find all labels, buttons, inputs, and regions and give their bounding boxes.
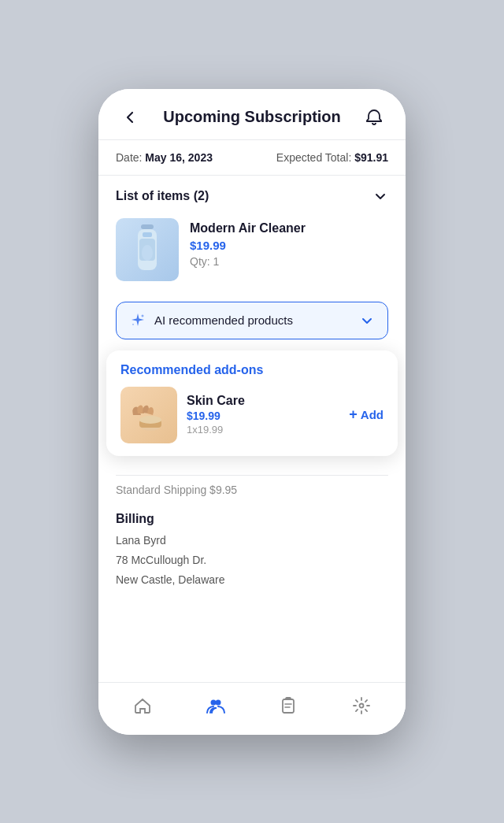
billing-address2: New Castle, Delaware <box>116 570 388 590</box>
chevron-down-icon[interactable] <box>372 188 388 204</box>
product-name: Modern Air Cleaner <box>190 221 306 235</box>
svg-point-4 <box>142 245 153 261</box>
header: Upcoming Subscription <box>98 89 406 139</box>
sparkle-icon <box>129 312 146 329</box>
addon-name: Skin Care <box>187 394 245 407</box>
nav-settings[interactable] <box>335 692 387 719</box>
product-item: Modern Air Cleaner $19.99 Qty: 1 <box>98 212 406 294</box>
svg-point-11 <box>215 699 220 705</box>
product-info: Modern Air Cleaner $19.99 Qty: 1 <box>190 218 306 268</box>
ai-banner-left: AI recommended products <box>129 312 293 329</box>
list-header: List of items (2) <box>98 176 406 212</box>
settings-icon <box>351 695 372 716</box>
back-button[interactable] <box>116 103 144 132</box>
info-section: Standard Shipping $9.95 Billing Lana Byr… <box>98 467 406 599</box>
addon-image <box>120 387 177 443</box>
nav-users[interactable] <box>190 692 242 719</box>
ai-banner-chevron-icon <box>359 313 375 328</box>
addon-card: Recommended add-ons <box>106 350 398 456</box>
clipboard-icon <box>278 695 298 716</box>
svg-point-13 <box>359 703 363 707</box>
bottom-nav <box>98 682 406 735</box>
svg-point-5 <box>142 314 144 317</box>
product-image <box>116 218 179 281</box>
home-icon <box>132 695 153 716</box>
date-field: Date: May 16, 2023 <box>116 151 213 164</box>
notification-button[interactable] <box>360 103 388 132</box>
svg-point-10 <box>210 699 216 705</box>
billing-address1: 78 McCullough Dr. <box>116 551 388 570</box>
plus-icon: + <box>349 406 358 423</box>
page-title: Upcoming Subscription <box>144 108 360 126</box>
addon-item: Skin Care $19.99 1x19.99 + Add <box>120 387 384 443</box>
svg-point-9 <box>139 416 161 424</box>
total-field: Expected Total: $91.91 <box>276 151 388 164</box>
addon-qty: 1x19.99 <box>187 424 339 436</box>
list-title: List of items (2) <box>116 189 209 203</box>
nav-clipboard[interactable] <box>262 692 314 719</box>
date-row: Date: May 16, 2023 Expected Total: $91.9… <box>98 139 406 176</box>
svg-rect-0 <box>141 224 154 229</box>
billing-title: Billing <box>116 512 388 526</box>
addon-info: Skin Care $19.99 1x19.99 <box>187 394 339 436</box>
svg-rect-12 <box>283 699 294 713</box>
shipping-line: Standard Shipping $9.95 <box>116 475 388 504</box>
ai-recommended-banner[interactable]: AI recommended products <box>116 302 388 339</box>
nav-home[interactable] <box>117 692 169 719</box>
svg-rect-3 <box>143 232 152 237</box>
addon-title: Recommended add-ons <box>120 363 384 377</box>
product-qty: Qty: 1 <box>190 255 306 268</box>
users-icon <box>206 695 226 716</box>
addon-add-button[interactable]: + Add <box>349 406 384 423</box>
billing-name: Lana Byrd <box>116 531 388 551</box>
addon-price: $19.99 <box>187 410 339 422</box>
ai-banner-text: AI recommended products <box>154 313 293 327</box>
svg-point-6 <box>132 324 134 325</box>
product-price: $19.99 <box>190 239 306 252</box>
